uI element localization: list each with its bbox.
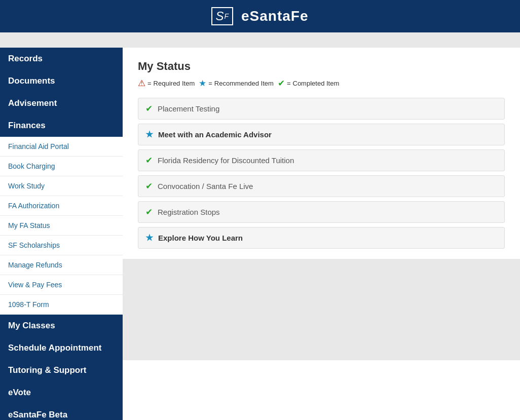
sidebar-item-records[interactable]: Records xyxy=(0,48,123,70)
status-row-placement-testing[interactable]: ✔ Placement Testing xyxy=(138,98,505,120)
exclaim-icon: ⚠ xyxy=(138,78,145,89)
sidebar-item-view-pay-fees[interactable]: View & Pay Fees xyxy=(0,275,123,295)
star-icon: ★ xyxy=(145,129,153,140)
sidebar-item-schedule-appointment[interactable]: Schedule Appointment xyxy=(0,337,123,359)
status-label: Convocation / Santa Fe Live xyxy=(158,182,253,190)
subheader-bar xyxy=(0,32,520,48)
sidebar-item-esantafe-beta[interactable]: eSantaFe Beta xyxy=(0,404,123,420)
recommended-text: Recommended Item xyxy=(214,80,274,87)
sidebar-item-evote[interactable]: eVote xyxy=(0,381,123,404)
sidebar-item-1098t-form[interactable]: 1098-T Form xyxy=(0,295,123,315)
status-label: Registration Stops xyxy=(158,208,220,216)
completed-label: = xyxy=(287,80,291,87)
status-row-explore-learning[interactable]: ★ Explore How You Learn xyxy=(138,227,505,249)
check-icon: ✔ xyxy=(278,78,285,89)
sidebar-item-fa-authorization[interactable]: FA Authorization xyxy=(0,196,123,216)
app-header: SF eSantaFe xyxy=(0,0,520,32)
required-label: = xyxy=(147,80,152,87)
completed-legend: ✔ = Completed Item xyxy=(278,78,339,89)
check-icon: ✔ xyxy=(145,103,153,114)
check-icon: ✔ xyxy=(145,181,153,192)
sidebar-item-work-study[interactable]: Work Study xyxy=(0,176,123,196)
required-text: Required Item xyxy=(154,80,195,87)
sidebar-item-book-charging[interactable]: Book Charging xyxy=(0,157,123,176)
check-icon: ✔ xyxy=(145,207,153,217)
sidebar-item-sf-scholarships[interactable]: SF Scholarships xyxy=(0,236,123,255)
status-row-convocation[interactable]: ✔ Convocation / Santa Fe Live xyxy=(138,175,505,197)
star-icon: ★ xyxy=(145,233,153,243)
status-legend: ⚠ = Required Item ★ = Recommended Item ✔… xyxy=(138,78,505,89)
status-row-academic-advisor[interactable]: ★ Meet with an Academic Advisor xyxy=(138,124,505,145)
sidebar-item-advisement[interactable]: Advisement xyxy=(0,92,123,114)
sidebar-item-documents[interactable]: Documents xyxy=(0,70,123,92)
status-label: Placement Testing xyxy=(158,104,219,113)
completed-text: Completed Item xyxy=(293,80,340,87)
recommended-legend: ★ = Recommended Item xyxy=(199,78,274,89)
required-legend: ⚠ = Required Item xyxy=(138,78,195,89)
status-label: Florida Residency for Discounted Tuition xyxy=(158,156,294,165)
status-label: Meet with an Academic Advisor xyxy=(158,130,272,139)
content-bottom-gray xyxy=(123,259,520,360)
star-icon: ★ xyxy=(199,78,206,89)
sidebar-item-manage-refunds[interactable]: Manage Refunds xyxy=(0,255,123,275)
page-title: My Status xyxy=(138,60,505,73)
sidebar-item-finances[interactable]: Finances xyxy=(0,114,123,137)
app-title: eSantaFe xyxy=(241,8,309,24)
recommended-label: = xyxy=(208,80,212,87)
status-list: ✔ Placement Testing ★ Meet with an Acade… xyxy=(138,98,505,249)
status-label: Explore How You Learn xyxy=(158,234,243,242)
sidebar: Records Documents Advisement Finances Fi… xyxy=(0,48,123,420)
main-content: My Status ⚠ = Required Item ★ = Recommen… xyxy=(123,48,520,420)
status-row-florida-residency[interactable]: ✔ Florida Residency for Discounted Tuiti… xyxy=(138,149,505,171)
check-icon: ✔ xyxy=(145,155,153,166)
status-row-registration-stops[interactable]: ✔ Registration Stops xyxy=(138,201,505,223)
sf-logo: SF xyxy=(211,7,233,25)
sidebar-item-tutoring-support[interactable]: Tutoring & Support xyxy=(0,359,123,381)
sidebar-item-financial-aid-portal[interactable]: Financial Aid Portal ← xyxy=(0,137,123,157)
sidebar-item-my-fa-status[interactable]: My FA Status xyxy=(0,216,123,236)
sidebar-item-my-classes[interactable]: My Classes xyxy=(0,315,123,337)
